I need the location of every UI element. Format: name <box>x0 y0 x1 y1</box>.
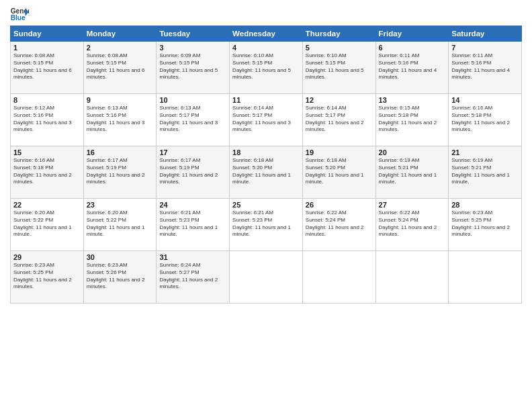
day-cell: 18Sunrise: 6:18 AMSunset: 5:20 PMDayligh… <box>230 146 303 199</box>
day-number: 3 <box>159 44 226 52</box>
day-info: Sunrise: 6:20 AMSunset: 5:22 PMDaylight:… <box>87 210 154 238</box>
day-info: Sunrise: 6:18 AMSunset: 5:20 PMDaylight:… <box>306 157 373 186</box>
header: General Blue <box>10 7 522 21</box>
day-cell: 11Sunrise: 6:14 AMSunset: 5:17 PMDayligh… <box>230 94 303 146</box>
week-row-2: 15Sunrise: 6:16 AMSunset: 5:18 PMDayligh… <box>11 146 522 199</box>
header-cell-wednesday: Wednesday <box>230 26 303 42</box>
day-info: Sunrise: 6:21 AMSunset: 5:23 PMDaylight:… <box>232 210 300 238</box>
day-info: Sunrise: 6:19 AMSunset: 5:21 PMDaylight:… <box>379 157 446 186</box>
day-cell: 1Sunrise: 6:08 AMSunset: 5:15 PMDaylight… <box>11 42 84 94</box>
day-cell <box>375 251 449 304</box>
day-number: 17 <box>159 148 226 156</box>
logo: General Blue <box>10 7 29 21</box>
day-cell: 21Sunrise: 6:19 AMSunset: 5:21 PMDayligh… <box>449 146 522 199</box>
day-info: Sunrise: 6:17 AMSunset: 5:19 PMDaylight:… <box>159 157 226 186</box>
header-row: SundayMondayTuesdayWednesdayThursdayFrid… <box>11 26 522 42</box>
day-info: Sunrise: 6:15 AMSunset: 5:18 PMDaylight:… <box>379 105 446 134</box>
day-number: 21 <box>451 148 519 156</box>
day-cell: 4Sunrise: 6:10 AMSunset: 5:15 PMDaylight… <box>230 42 303 94</box>
day-info: Sunrise: 6:08 AMSunset: 5:15 PMDaylight:… <box>13 52 81 81</box>
day-number: 25 <box>232 201 300 209</box>
day-number: 11 <box>232 96 300 104</box>
svg-text:Blue: Blue <box>11 14 26 21</box>
day-info: Sunrise: 6:21 AMSunset: 5:23 PMDaylight:… <box>159 210 226 238</box>
day-cell: 16Sunrise: 6:17 AMSunset: 5:19 PMDayligh… <box>83 146 157 199</box>
day-info: Sunrise: 6:18 AMSunset: 5:20 PMDaylight:… <box>232 157 300 186</box>
day-cell: 19Sunrise: 6:18 AMSunset: 5:20 PMDayligh… <box>302 146 375 199</box>
day-cell <box>230 251 303 304</box>
day-info: Sunrise: 6:08 AMSunset: 5:15 PMDaylight:… <box>87 52 154 81</box>
day-number: 13 <box>379 96 446 104</box>
day-number: 28 <box>451 201 519 209</box>
day-cell: 15Sunrise: 6:16 AMSunset: 5:18 PMDayligh… <box>11 146 84 199</box>
page: General Blue SundayMondayTuesdayWednesda… <box>0 0 532 411</box>
day-info: Sunrise: 6:16 AMSunset: 5:18 PMDaylight:… <box>451 105 519 134</box>
day-cell: 7Sunrise: 6:11 AMSunset: 5:16 PMDaylight… <box>449 42 522 94</box>
day-number: 15 <box>13 148 81 156</box>
day-cell <box>449 251 522 304</box>
day-cell: 6Sunrise: 6:11 AMSunset: 5:16 PMDaylight… <box>375 42 449 94</box>
day-cell: 26Sunrise: 6:22 AMSunset: 5:24 PMDayligh… <box>302 199 375 251</box>
day-cell: 29Sunrise: 6:23 AMSunset: 5:25 PMDayligh… <box>11 251 84 304</box>
day-number: 5 <box>306 44 373 52</box>
day-info: Sunrise: 6:17 AMSunset: 5:19 PMDaylight:… <box>87 157 154 186</box>
day-info: Sunrise: 6:13 AMSunset: 5:16 PMDaylight:… <box>87 105 154 134</box>
day-number: 23 <box>87 201 154 209</box>
day-cell: 22Sunrise: 6:20 AMSunset: 5:22 PMDayligh… <box>11 199 84 251</box>
header-cell-thursday: Thursday <box>302 26 375 42</box>
day-cell <box>302 251 375 304</box>
day-number: 1 <box>13 44 81 52</box>
day-number: 6 <box>379 44 446 52</box>
day-number: 9 <box>87 96 154 104</box>
day-info: Sunrise: 6:23 AMSunset: 5:26 PMDaylight:… <box>87 262 154 291</box>
day-number: 14 <box>451 96 519 104</box>
day-info: Sunrise: 6:16 AMSunset: 5:18 PMDaylight:… <box>13 157 81 186</box>
week-row-3: 22Sunrise: 6:20 AMSunset: 5:22 PMDayligh… <box>11 199 522 251</box>
day-info: Sunrise: 6:20 AMSunset: 5:22 PMDaylight:… <box>13 210 81 238</box>
day-info: Sunrise: 6:22 AMSunset: 5:24 PMDaylight:… <box>379 210 446 238</box>
day-info: Sunrise: 6:23 AMSunset: 5:25 PMDaylight:… <box>451 210 519 238</box>
day-cell: 13Sunrise: 6:15 AMSunset: 5:18 PMDayligh… <box>375 94 449 146</box>
day-cell: 31Sunrise: 6:24 AMSunset: 5:27 PMDayligh… <box>157 251 230 304</box>
day-info: Sunrise: 6:14 AMSunset: 5:17 PMDaylight:… <box>306 105 373 134</box>
week-row-1: 8Sunrise: 6:12 AMSunset: 5:16 PMDaylight… <box>11 94 522 146</box>
day-info: Sunrise: 6:24 AMSunset: 5:27 PMDaylight:… <box>159 262 226 291</box>
day-info: Sunrise: 6:09 AMSunset: 5:15 PMDaylight:… <box>159 52 226 81</box>
header-cell-monday: Monday <box>83 26 157 42</box>
logo-icon: General Blue <box>10 7 29 21</box>
day-cell: 5Sunrise: 6:10 AMSunset: 5:15 PMDaylight… <box>302 42 375 94</box>
day-info: Sunrise: 6:10 AMSunset: 5:15 PMDaylight:… <box>232 52 300 81</box>
day-number: 12 <box>306 96 373 104</box>
day-info: Sunrise: 6:13 AMSunset: 5:17 PMDaylight:… <box>159 105 226 134</box>
day-info: Sunrise: 6:23 AMSunset: 5:25 PMDaylight:… <box>13 262 81 291</box>
day-cell: 24Sunrise: 6:21 AMSunset: 5:23 PMDayligh… <box>157 199 230 251</box>
day-cell: 12Sunrise: 6:14 AMSunset: 5:17 PMDayligh… <box>302 94 375 146</box>
calendar-header: SundayMondayTuesdayWednesdayThursdayFrid… <box>11 26 522 42</box>
day-cell: 30Sunrise: 6:23 AMSunset: 5:26 PMDayligh… <box>83 251 157 304</box>
day-number: 29 <box>13 253 81 261</box>
day-cell: 25Sunrise: 6:21 AMSunset: 5:23 PMDayligh… <box>230 199 303 251</box>
day-cell: 2Sunrise: 6:08 AMSunset: 5:15 PMDaylight… <box>83 42 157 94</box>
day-cell: 27Sunrise: 6:22 AMSunset: 5:24 PMDayligh… <box>375 199 449 251</box>
day-number: 18 <box>232 148 300 156</box>
week-row-0: 1Sunrise: 6:08 AMSunset: 5:15 PMDaylight… <box>11 42 522 94</box>
day-number: 27 <box>379 201 446 209</box>
day-cell: 17Sunrise: 6:17 AMSunset: 5:19 PMDayligh… <box>157 146 230 199</box>
day-number: 8 <box>13 96 81 104</box>
day-cell: 28Sunrise: 6:23 AMSunset: 5:25 PMDayligh… <box>449 199 522 251</box>
day-number: 22 <box>13 201 81 209</box>
day-number: 4 <box>232 44 300 52</box>
calendar-table: SundayMondayTuesdayWednesdayThursdayFrid… <box>10 26 522 304</box>
day-number: 20 <box>379 148 446 156</box>
day-number: 26 <box>306 201 373 209</box>
day-number: 24 <box>159 201 226 209</box>
day-info: Sunrise: 6:14 AMSunset: 5:17 PMDaylight:… <box>232 105 300 134</box>
day-number: 10 <box>159 96 226 104</box>
day-cell: 20Sunrise: 6:19 AMSunset: 5:21 PMDayligh… <box>375 146 449 199</box>
day-info: Sunrise: 6:12 AMSunset: 5:16 PMDaylight:… <box>13 105 81 134</box>
day-info: Sunrise: 6:10 AMSunset: 5:15 PMDaylight:… <box>306 52 373 81</box>
day-number: 30 <box>87 253 154 261</box>
day-number: 2 <box>87 44 154 52</box>
day-cell: 10Sunrise: 6:13 AMSunset: 5:17 PMDayligh… <box>157 94 230 146</box>
header-cell-sunday: Sunday <box>11 26 84 42</box>
